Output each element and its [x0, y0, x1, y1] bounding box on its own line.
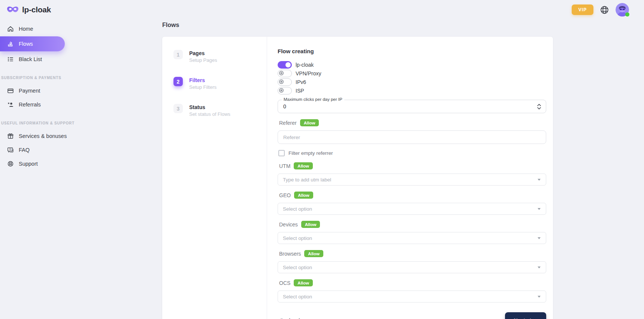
utm-label: UTM: [279, 163, 290, 169]
utm-placeholder: Type to add utm label: [283, 177, 331, 183]
geo-label-row: GEO Allow: [279, 192, 546, 199]
go-back-button[interactable]: Go back: [279, 317, 302, 319]
geo-label: GEO: [279, 192, 291, 198]
referer-allow-badge[interactable]: Allow: [300, 119, 319, 126]
devices-select[interactable]: Select option: [278, 232, 546, 244]
browsers-label-row: Browsers Allow: [279, 250, 546, 257]
toggle-label: ISP: [296, 88, 304, 94]
max-clicks-input[interactable]: [278, 103, 535, 109]
sidebar-item-faq[interactable]: ?! FAQ: [0, 143, 75, 157]
toggle-label: lp-cloak: [296, 62, 314, 68]
devices-allow-badge[interactable]: Allow: [301, 221, 320, 228]
number-stepper-arrows-icon[interactable]: [535, 103, 544, 110]
step-status[interactable]: 3 Status Set status of Flows: [173, 104, 267, 117]
ocs-placeholder: Select option: [283, 294, 312, 300]
browsers-allow-badge[interactable]: Allow: [304, 250, 323, 257]
sidebar-item-label: Flows: [19, 41, 33, 47]
chevron-down-icon: [538, 296, 541, 298]
next-step-button[interactable]: Next step: [505, 312, 546, 319]
checkbox-unchecked-icon[interactable]: [278, 150, 285, 156]
step-title: Pages: [189, 50, 217, 56]
step-subtitle: Setup Filters: [189, 84, 217, 90]
sidebar-item-label: Home: [19, 26, 33, 32]
sidebar-nav: Home Flows Bla: [0, 22, 75, 171]
sidebar-item-label: Support: [19, 161, 38, 167]
chevron-down-icon: [538, 237, 541, 239]
utm-label-row: UTM Allow: [279, 162, 546, 169]
flows-icon: [7, 40, 14, 48]
sidebar-item-referrals[interactable]: Referrals: [0, 97, 75, 111]
utm-allow-badge[interactable]: Allow: [294, 162, 313, 169]
globe-icon[interactable]: [600, 5, 609, 15]
sidebar-item-flows[interactable]: Flows: [0, 36, 65, 51]
mask-logo-icon: [7, 6, 19, 14]
toggle-label: IPv6: [296, 79, 306, 85]
gift-icon: [7, 132, 14, 139]
max-clicks-field[interactable]: Maximum clicks per day per IP: [278, 100, 546, 113]
flows-card: 1 Pages Setup Pages 2 Filters Setup Filt…: [162, 37, 553, 319]
devices-label-row: Devices Allow: [279, 221, 546, 228]
section-useful-information: USEFUL INFORMATION & SUPPORT: [1, 121, 75, 125]
sidebar-item-support[interactable]: Support: [0, 157, 75, 171]
app-logo[interactable]: lp-cloak: [0, 0, 75, 14]
vip-button[interactable]: VIP: [572, 4, 593, 15]
sidebar: lp-cloak Home Flows: [0, 0, 75, 171]
filter-empty-referrer-label: Filter empty referrer: [288, 150, 333, 156]
ocs-allow-badge[interactable]: Allow: [294, 279, 313, 286]
lp-cloak-toggle[interactable]: [278, 61, 292, 69]
topbar: VIP: [572, 3, 629, 16]
step-pages[interactable]: 1 Pages Setup Pages: [173, 50, 267, 63]
lifebuoy-icon: [7, 160, 14, 167]
geo-placeholder: Select option: [283, 206, 312, 212]
form-footer: Go back Next step: [278, 312, 546, 319]
svg-text:?!: ?!: [9, 148, 12, 151]
chevron-down-icon: [538, 179, 541, 181]
section-subscription-payments: SUBSCRIPTION & PAYMENTS: [1, 76, 75, 80]
devices-placeholder: Select option: [283, 235, 312, 241]
home-icon: [7, 25, 14, 32]
isp-toggle[interactable]: [278, 87, 292, 94]
form-title: Flow creating: [278, 48, 546, 54]
sidebar-item-black-list[interactable]: Black List: [0, 52, 75, 66]
step-number-badge: 1: [173, 50, 183, 59]
step-subtitle: Setup Pages: [189, 57, 217, 63]
geo-allow-badge[interactable]: Allow: [294, 192, 313, 199]
ocs-select[interactable]: Select option: [278, 291, 546, 303]
ipv6-toggle[interactable]: [278, 78, 292, 86]
referral-user-icon: [7, 101, 14, 108]
user-avatar[interactable]: [616, 3, 629, 16]
referer-input[interactable]: [278, 130, 546, 144]
browsers-label: Browsers: [279, 251, 301, 257]
toggle-row-isp: ISP: [278, 86, 546, 95]
sidebar-item-home[interactable]: Home: [0, 22, 75, 36]
sidebar-item-label: Payment: [19, 88, 40, 94]
list-icon: [7, 55, 14, 63]
geo-select[interactable]: Select option: [278, 203, 546, 215]
app-title: lp-cloak: [22, 5, 51, 14]
sidebar-item-services-bonuses[interactable]: Services & bonuses: [0, 129, 75, 143]
ocs-label: OCS: [279, 280, 290, 286]
page-title: Flows: [162, 22, 553, 28]
step-title: Status: [189, 104, 230, 110]
filter-empty-referrer-row[interactable]: Filter empty referrer: [278, 150, 546, 156]
referer-label: Referer: [279, 120, 297, 126]
step-filters[interactable]: 2 Filters Setup Filters: [173, 77, 267, 90]
browsers-select[interactable]: Select option: [278, 261, 546, 273]
vpn-proxy-toggle[interactable]: [278, 70, 292, 77]
max-clicks-label: Maximum clicks per day per IP: [282, 97, 344, 102]
chevron-down-icon: [538, 208, 541, 210]
toggle-row-lp-cloak: lp-cloak: [278, 60, 546, 69]
sidebar-item-payment[interactable]: Payment: [0, 84, 75, 97]
browsers-placeholder: Select option: [283, 265, 312, 270]
main-content: Flows 1 Pages Setup Pages 2 Filters Setu…: [162, 22, 553, 319]
stepper: 1 Pages Setup Pages 2 Filters Setup Filt…: [162, 37, 267, 319]
step-number-badge: 2: [173, 77, 183, 86]
chevron-down-icon: [538, 267, 541, 268]
online-status-dot: [625, 12, 629, 16]
sidebar-item-label: Referrals: [19, 102, 41, 108]
faq-bubble-icon: ?!: [7, 146, 14, 153]
referer-label-row: Referer Allow: [279, 119, 546, 126]
devices-label: Devices: [279, 222, 298, 228]
credit-card-icon: [7, 87, 14, 94]
utm-select[interactable]: Type to add utm label: [278, 174, 546, 186]
